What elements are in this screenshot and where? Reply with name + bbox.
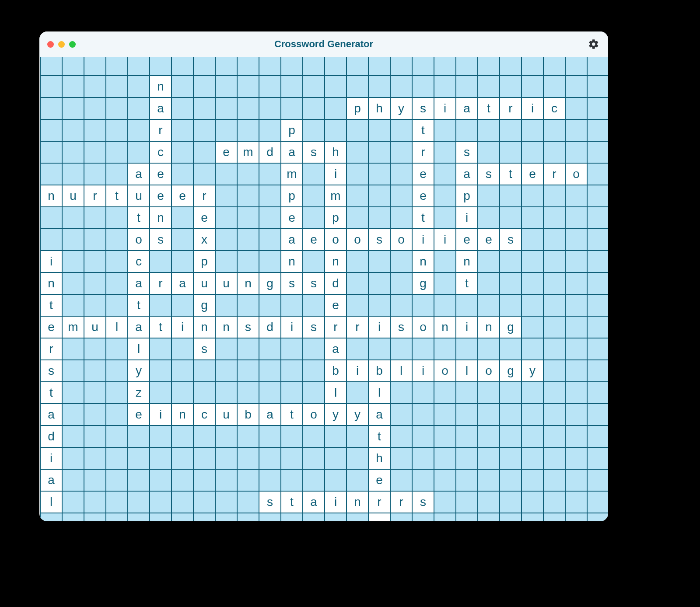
grid-cell[interactable] <box>543 185 565 207</box>
grid-cell[interactable]: l <box>128 338 150 360</box>
grid-cell[interactable] <box>303 76 325 98</box>
grid-cell[interactable] <box>259 251 281 272</box>
grid-cell[interactable] <box>565 491 587 513</box>
grid-cell[interactable]: n <box>193 316 215 338</box>
grid-cell[interactable] <box>456 57 478 76</box>
grid-cell[interactable] <box>543 426 565 447</box>
grid-cell[interactable]: i <box>40 251 62 272</box>
grid-cell[interactable] <box>172 294 193 316</box>
grid-cell[interactable]: n <box>237 272 259 294</box>
grid-cell[interactable] <box>259 163 281 185</box>
grid-cell[interactable] <box>172 119 193 141</box>
grid-cell[interactable] <box>62 513 84 521</box>
grid-cell[interactable] <box>543 513 565 521</box>
grid-cell[interactable] <box>543 447 565 469</box>
grid-cell[interactable]: m <box>237 141 259 163</box>
grid-cell[interactable] <box>390 207 412 229</box>
grid-cell[interactable]: u <box>62 185 84 207</box>
grid-cell[interactable] <box>259 98 281 119</box>
grid-cell[interactable] <box>478 119 500 141</box>
grid-cell[interactable] <box>172 360 193 382</box>
grid-cell[interactable] <box>215 294 237 316</box>
grid-cell[interactable] <box>62 57 84 76</box>
grid-cell[interactable] <box>456 491 478 513</box>
grid-cell[interactable]: o <box>325 229 346 251</box>
grid-cell[interactable] <box>434 338 456 360</box>
grid-cell[interactable] <box>565 185 587 207</box>
grid-cell[interactable]: s <box>303 272 325 294</box>
grid-cell[interactable]: d <box>325 272 346 294</box>
grid-cell[interactable] <box>543 338 565 360</box>
grid-cell[interactable] <box>434 294 456 316</box>
grid-cell[interactable] <box>368 207 390 229</box>
grid-cell[interactable] <box>106 338 128 360</box>
grid-cell[interactable] <box>215 229 237 251</box>
grid-cell[interactable] <box>237 382 259 404</box>
grid-cell[interactable]: i <box>325 163 346 185</box>
grid-cell[interactable] <box>434 382 456 404</box>
grid-cell[interactable]: i <box>412 360 434 382</box>
grid-cell[interactable] <box>259 229 281 251</box>
grid-cell[interactable] <box>478 338 500 360</box>
grid-cell[interactable]: e <box>368 469 390 491</box>
grid-cell[interactable] <box>128 57 150 76</box>
grid-cell[interactable]: o <box>412 316 434 338</box>
grid-cell[interactable] <box>172 98 193 119</box>
grid-cell[interactable] <box>281 426 303 447</box>
grid-cell[interactable] <box>259 294 281 316</box>
grid-cell[interactable]: e <box>193 207 215 229</box>
grid-cell[interactable] <box>412 76 434 98</box>
grid-cell[interactable] <box>500 491 522 513</box>
grid-cell[interactable]: r <box>150 119 172 141</box>
grid-cell[interactable] <box>106 57 128 76</box>
grid-cell[interactable]: b <box>237 404 259 426</box>
grid-cell[interactable] <box>215 163 237 185</box>
grid-cell[interactable] <box>390 382 412 404</box>
grid-cell[interactable] <box>368 163 390 185</box>
grid-cell[interactable]: h <box>368 98 390 119</box>
grid-cell[interactable]: y <box>522 360 543 382</box>
grid-cell[interactable] <box>259 119 281 141</box>
grid-cell[interactable] <box>325 119 346 141</box>
grid-cell[interactable] <box>215 513 237 521</box>
grid-cell[interactable]: t <box>456 272 478 294</box>
grid-cell[interactable] <box>500 207 522 229</box>
grid-cell[interactable] <box>500 294 522 316</box>
grid-cell[interactable]: i <box>434 229 456 251</box>
grid-cell[interactable]: e <box>281 207 303 229</box>
grid-cell[interactable]: g <box>412 272 434 294</box>
grid-cell[interactable] <box>281 76 303 98</box>
grid-cell[interactable] <box>346 57 368 76</box>
grid-cell[interactable]: p <box>281 119 303 141</box>
grid-cell[interactable] <box>565 338 587 360</box>
grid-cell[interactable] <box>500 469 522 491</box>
grid-cell[interactable] <box>500 404 522 426</box>
grid-cell[interactable] <box>215 338 237 360</box>
grid-cell[interactable] <box>522 513 543 521</box>
grid-cell[interactable] <box>106 163 128 185</box>
grid-cell[interactable] <box>150 338 172 360</box>
grid-cell[interactable] <box>434 447 456 469</box>
grid-cell[interactable] <box>84 76 106 98</box>
grid-cell[interactable]: t <box>478 98 500 119</box>
grid-cell[interactable] <box>150 57 172 76</box>
grid-cell[interactable] <box>128 491 150 513</box>
grid-cell[interactable] <box>259 382 281 404</box>
grid-cell[interactable]: r <box>84 185 106 207</box>
grid-cell[interactable] <box>150 491 172 513</box>
grid-cell[interactable]: t <box>40 382 62 404</box>
grid-cell[interactable] <box>565 141 587 163</box>
grid-cell[interactable]: o <box>346 229 368 251</box>
grid-cell[interactable] <box>84 404 106 426</box>
grid-cell[interactable] <box>303 57 325 76</box>
grid-cell[interactable]: r <box>150 272 172 294</box>
grid-cell[interactable] <box>346 207 368 229</box>
grid-cell[interactable] <box>346 382 368 404</box>
grid-cell[interactable]: n <box>215 316 237 338</box>
grid-cell[interactable] <box>478 185 500 207</box>
grid-cell[interactable] <box>478 57 500 76</box>
grid-cell[interactable]: c <box>128 251 150 272</box>
grid-cell[interactable]: t <box>281 491 303 513</box>
grid-cell[interactable] <box>587 57 608 76</box>
grid-cell[interactable]: e <box>412 185 434 207</box>
